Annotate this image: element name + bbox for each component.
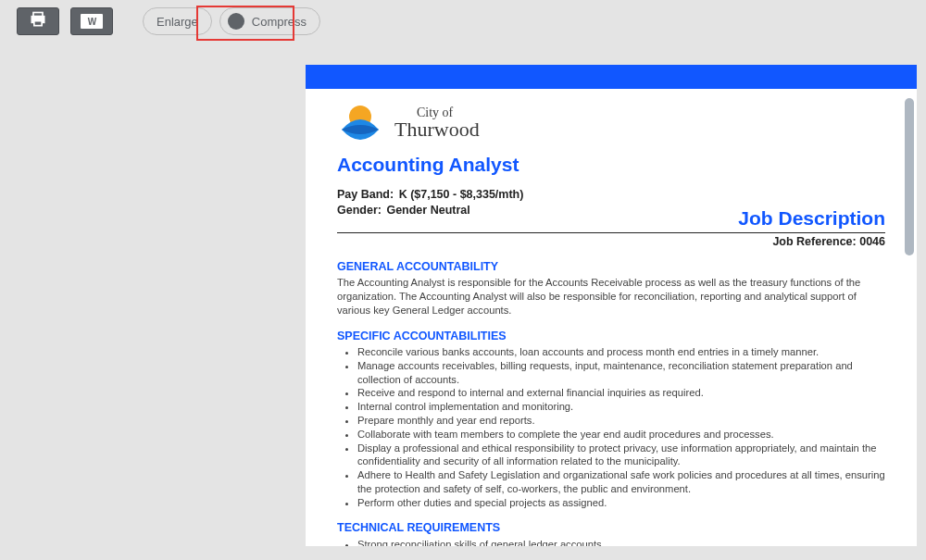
job-reference: Job Reference: 0046	[337, 235, 885, 248]
brand-row: City of Thurwood	[337, 100, 885, 146]
gender-value: Gender Neutral	[386, 204, 469, 217]
section-technical-title: TECHNICAL REQUIREMENTS	[337, 520, 885, 536]
brand-text: City of Thurwood	[394, 106, 480, 140]
enlarge-button[interactable]: Enlarge	[143, 7, 212, 35]
list-item: Receive and respond to internal and exte…	[357, 386, 885, 400]
enlarge-label: Enlarge	[156, 15, 198, 29]
list-item: Reconcile various banks accounts, loan a…	[357, 345, 885, 359]
list-item: Prepare monthly and year end reports.	[357, 414, 885, 428]
brand-logo-icon	[337, 100, 383, 146]
toolbar: W Enlarge Compress	[17, 7, 320, 35]
document-scroll-area[interactable]: City of Thurwood Accounting Analyst Pay …	[306, 89, 917, 546]
list-item: Display a professional and ethical respo…	[357, 442, 885, 469]
job-reference-value: 0046	[859, 235, 885, 248]
section-general-body: The Accounting Analyst is responsible fo…	[337, 276, 885, 317]
document-body: GENERAL ACCOUNTABILITY The Accounting An…	[337, 259, 885, 546]
document-header-bar	[306, 65, 917, 89]
toggle-dot-icon	[228, 13, 244, 30]
pay-band-value: K ($7,150 - $8,335/mth)	[399, 188, 524, 201]
list-item: Strong reconciliation skills of general …	[357, 538, 885, 546]
printer-icon	[29, 10, 47, 32]
list-item: Manage accounts receivables, billing req…	[357, 359, 885, 387]
list-item: Internal control implementation and moni…	[357, 400, 885, 414]
pay-band-label: Pay Band:	[337, 188, 394, 201]
brand-main-line: Thurwood	[394, 118, 480, 141]
zoom-toggle-group: Enlarge Compress	[143, 7, 320, 35]
list-item: Collaborate with team members to complet…	[357, 428, 885, 442]
print-button[interactable]	[17, 7, 59, 35]
list-item: Perform other duties and special project…	[357, 496, 885, 510]
section-technical-list: Strong reconciliation skills of general …	[337, 538, 885, 546]
document-viewport: City of Thurwood Accounting Analyst Pay …	[306, 65, 917, 546]
export-word-button[interactable]: W	[70, 7, 113, 35]
job-title: Accounting Analyst	[337, 154, 885, 176]
section-specific-list: Reconcile various banks accounts, loan a…	[337, 345, 885, 509]
section-specific-title: SPECIFIC ACCOUNTABILITIES	[337, 329, 885, 344]
compress-label: Compress	[252, 15, 307, 29]
job-reference-label: Job Reference:	[772, 235, 856, 248]
divider	[337, 232, 885, 233]
svg-rect-2	[34, 21, 42, 26]
scrollbar-thumb[interactable]	[905, 98, 914, 255]
compress-button[interactable]: Compress	[219, 7, 320, 35]
word-icon: W	[81, 14, 103, 29]
jd-heading: Job Description	[738, 207, 885, 230]
section-general-title: GENERAL ACCOUNTABILITY	[337, 259, 885, 275]
list-item: Adhere to Health and Safety Legislation …	[357, 468, 885, 496]
gender-label: Gender:	[337, 204, 382, 217]
